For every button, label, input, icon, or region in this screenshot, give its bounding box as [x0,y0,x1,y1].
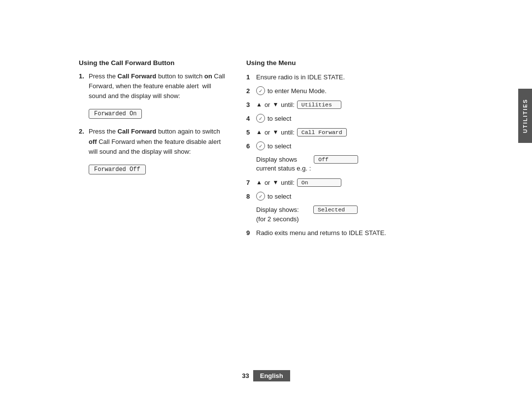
step-r6-content: ✓ to select [256,141,483,150]
menu-step-2: 2 ✓ to enter Menu Mode. [246,85,483,96]
menu-step-8: 8 ✓ to select [246,191,483,202]
step-r9-num: 9 [246,229,253,237]
display-forwarded-off: Forwarded Off [79,162,227,177]
main-columns: Using the Call Forward Button 1. Press t… [79,59,483,362]
menu-step-1: 1 Ensure radio is in IDLE STATE. [246,71,483,82]
display-box-forwarded-on: Forwarded On [89,109,142,119]
step-r5-num: 5 [246,129,253,136]
step-r3-num: 3 [246,101,253,108]
step-r8-text: to select [267,193,291,200]
check-icon-6: ✓ [256,141,265,150]
step-r3-content: ▲ or ▼ until: Utilities [256,101,483,109]
right-section-title: Using the Menu [246,59,483,67]
step-r2-text: to enter Menu Mode. [267,87,327,95]
step-r1-content: Ensure radio is in IDLE STATE. [256,73,483,81]
until-text-3: until: [281,101,294,108]
display-selected: Selected [313,206,358,214]
page-content: Using the Call Forward Button 1. Press t… [79,59,483,362]
or-text-3: or [265,101,270,108]
up-arrow-icon-5: ▲ [256,129,262,136]
menu-steps: 1 Ensure radio is in IDLE STATE. 2 ✓ to … [246,71,483,239]
step-1-text: Press the Call Forward button to switch … [89,71,227,101]
left-section-title: Using the Call Forward Button [79,59,227,67]
step-2-text: Press the Call Forward button again to s… [89,127,227,156]
step-r6-num: 6 [246,142,253,150]
page-footer: 33 English [0,370,532,381]
up-arrow-icon-7: ▲ [256,179,262,186]
or-text-5: or [265,129,270,136]
until-text-7: until: [281,179,294,186]
display-shows-selected-label: Display shows:(for 2 seconds) [256,206,310,223]
step-r9-text: Radio exits menu and returns to IDLE STA… [256,229,386,237]
right-column: Using the Menu 1 Ensure radio is in IDLE… [246,59,483,362]
step-r8-content: ✓ to select [256,192,483,201]
check-icon-2: ✓ [256,86,265,95]
menu-step-4: 4 ✓ to select [246,113,483,124]
step-2-number: 2. [79,127,86,156]
display-on: On [297,178,341,187]
display-forwarded-on: Forwarded On [79,106,227,122]
left-step-2: 2. Press the Call Forward button again t… [79,127,227,156]
left-column: Using the Call Forward Button 1. Press t… [79,59,227,362]
utilities-side-tab: UTILITIES [518,89,532,143]
step-r5-content: ▲ or ▼ until: Call Forward [256,128,483,137]
step-2-bold2: off [89,138,97,145]
step-r4-content: ✓ to select [256,114,483,123]
down-arrow-icon-7: ▼ [272,179,278,186]
menu-step-9: 9 Radio exits menu and returns to IDLE S… [246,228,483,239]
down-arrow-icon-5: ▼ [272,129,278,136]
step-r2-num: 2 [246,87,253,95]
check-icon-4: ✓ [256,114,265,123]
menu-step-3: 3 ▲ or ▼ until: Utilities [246,99,483,110]
menu-step-6: 6 ✓ to select [246,140,483,151]
step-2-bold1: Call Forward [118,128,157,135]
step-r7-num: 7 [246,179,253,186]
left-step-1: 1. Press the Call Forward button to swit… [79,71,227,101]
display-box-forwarded-off: Forwarded Off [89,165,146,174]
display-off: Off [314,155,358,164]
step-1-bold2: on [204,72,212,80]
step-r9-content: Radio exits menu and returns to IDLE STA… [256,229,483,237]
step-1-bold1: Call Forward [118,72,157,80]
step-r8-num: 8 [246,193,253,200]
step-r1-text: Ensure radio is in IDLE STATE. [256,73,345,81]
page-number: 33 [242,372,249,379]
down-arrow-icon-3: ▼ [272,101,278,108]
check-icon-8: ✓ [256,192,265,201]
step-r1-num: 1 [246,73,253,81]
step-r7-content: ▲ or ▼ until: On [256,178,483,187]
until-text-5: until: [281,129,294,136]
step-1-number: 1. [79,71,86,101]
menu-step-7: 7 ▲ or ▼ until: On [246,177,483,188]
menu-step-5: 5 ▲ or ▼ until: Call Forward [246,127,483,137]
display-shows-off-label: Display showscurrent status e.g. : [256,155,311,173]
display-utilities: Utilities [297,101,341,109]
display-call-forward: Call Forward [297,128,347,137]
display-shows-off-row: Display showscurrent status e.g. : Off [256,155,483,173]
step-r2-content: ✓ to enter Menu Mode. [256,86,483,95]
step-r6-text: to select [267,142,291,150]
up-arrow-icon-3: ▲ [256,101,262,108]
step-r4-text: to select [267,115,291,122]
display-shows-selected-row: Display shows:(for 2 seconds) Selected [256,206,483,223]
language-badge: English [253,370,290,381]
or-text-7: or [265,179,270,186]
step-r4-num: 4 [246,115,253,122]
